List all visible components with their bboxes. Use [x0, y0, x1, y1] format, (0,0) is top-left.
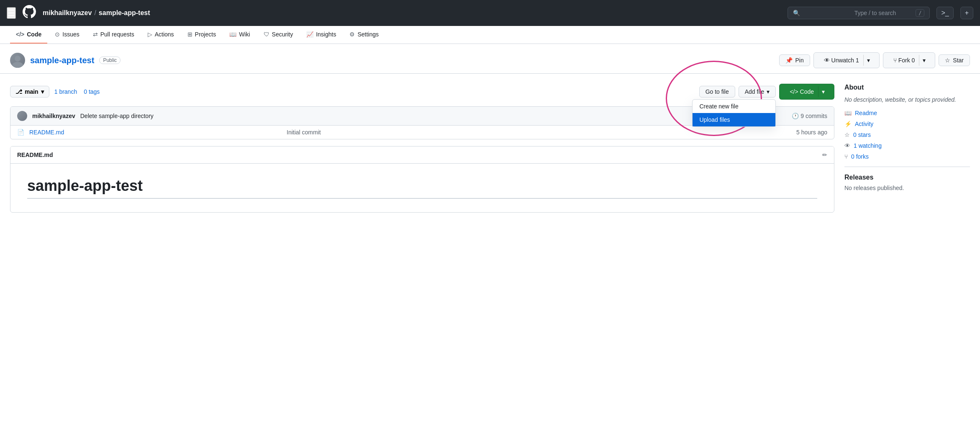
- star-icon-sidebar: ☆: [844, 131, 850, 138]
- nav-insights-label: Insights: [316, 31, 336, 38]
- branch-label: branch: [59, 88, 77, 95]
- fork-arrow[interactable]: ▾: [919, 55, 929, 66]
- hamburger-button[interactable]: ☰: [7, 7, 16, 19]
- readme-title: README.md: [17, 152, 822, 158]
- search-placeholder: Type / to search: [854, 10, 912, 16]
- repo-title[interactable]: sample-app-test: [30, 56, 94, 65]
- nav-wiki[interactable]: 📖 Wiki: [223, 26, 256, 44]
- terminal-button[interactable]: >_: [936, 7, 953, 19]
- pin-label: Pin: [795, 57, 803, 64]
- pin-icon: 📌: [785, 57, 793, 64]
- code-label: Code: [800, 88, 814, 95]
- sidebar-activity-link[interactable]: ⚡ Activity: [844, 121, 970, 127]
- nav-insights[interactable]: 📈 Insights: [300, 26, 342, 44]
- branch-count-link[interactable]: 1 branch: [54, 88, 77, 95]
- nav-settings[interactable]: ⚙ Settings: [344, 26, 385, 44]
- svg-point-0: [15, 56, 21, 62]
- readme-content-title: sample-app-test: [27, 177, 817, 195]
- code-arrow[interactable]: ▾: [818, 86, 828, 97]
- add-file-dropdown: Create new file Upload files: [692, 99, 776, 127]
- file-name[interactable]: README.md: [29, 129, 282, 136]
- unwatch-button[interactable]: 👁 Unwatch 1 ▾: [813, 52, 880, 68]
- sidebar-about-desc: No description, website, or topics provi…: [844, 96, 970, 103]
- readme-header: README.md ✏: [10, 146, 834, 164]
- code-button[interactable]: </> Code ▾: [779, 84, 834, 100]
- goto-file-button[interactable]: Go to file: [699, 86, 735, 98]
- pin-button[interactable]: 📌 Pin: [779, 54, 810, 66]
- search-icon: 🔍: [793, 10, 851, 16]
- readme-edit-button[interactable]: ✏: [822, 152, 827, 158]
- commit-user[interactable]: mikhailknyazev: [32, 113, 75, 119]
- book-icon: 📖: [844, 110, 852, 116]
- github-logo[interactable]: [23, 5, 36, 21]
- unwatch-arrow[interactable]: ▾: [864, 55, 873, 66]
- star-label: Star: [953, 57, 964, 64]
- star-button[interactable]: ☆ Star: [939, 54, 970, 66]
- tag-count: 0: [84, 88, 87, 95]
- file-icon: 📄: [17, 129, 24, 136]
- add-button[interactable]: +: [960, 7, 973, 19]
- fork-count: 0: [912, 57, 915, 64]
- branch-selector[interactable]: ⎇ main ▾: [10, 86, 49, 98]
- fork-button[interactable]: ⑂ Fork 0 ▾: [883, 52, 936, 68]
- nav-security[interactable]: 🛡 Security: [258, 26, 299, 44]
- fork-icon-sidebar: ⑂: [844, 153, 848, 160]
- main-content: ⎇ main ▾ 1 branch 0 tags Go to fi: [0, 74, 980, 223]
- file-time: 5 hours ago: [796, 129, 827, 136]
- star-icon: ☆: [945, 57, 950, 64]
- nav-actions[interactable]: ▷ Actions: [142, 26, 180, 44]
- top-nav: ☰ mikhailknyazev / sample-app-test 🔍 Typ…: [0, 0, 980, 26]
- unwatch-main[interactable]: 👁 Unwatch 1: [820, 55, 864, 66]
- code-main[interactable]: </> Code: [785, 86, 818, 97]
- clock-icon: 🕐: [792, 113, 799, 119]
- nav-issues[interactable]: ⊙ Issues: [49, 26, 85, 44]
- commits-count[interactable]: 🕐 9 commits: [792, 113, 827, 119]
- avatar-img: [10, 53, 25, 68]
- repo-nav: </> Code ⊙ Issues ⇄ Pull requests ▷ Acti…: [0, 26, 980, 44]
- nav-pull-requests-label: Pull requests: [100, 31, 134, 38]
- create-new-file-item[interactable]: Create new file: [693, 100, 775, 113]
- fork-label: Fork: [898, 57, 910, 64]
- add-file-chevron: ▾: [767, 88, 770, 95]
- add-file-button[interactable]: Add file ▾: [739, 86, 776, 98]
- search-shortcut: /: [916, 9, 924, 17]
- readme-body: sample-app-test: [10, 164, 834, 212]
- breadcrumb-repo[interactable]: sample-app-test: [99, 9, 150, 17]
- unwatch-count: 1: [856, 57, 859, 64]
- sidebar-about-title: About: [844, 84, 970, 91]
- sidebar-activity-label: Activity: [855, 121, 873, 127]
- tag-label: tags: [89, 88, 100, 95]
- fork-main[interactable]: ⑂ Fork 0: [889, 55, 920, 66]
- breadcrumb-user[interactable]: mikhailknyazev: [43, 9, 92, 17]
- nav-wiki-label: Wiki: [239, 31, 250, 38]
- sidebar-divider: [844, 167, 970, 167]
- sidebar-releases-empty: No releases published.: [844, 185, 970, 191]
- unwatch-label: Unwatch: [831, 57, 854, 64]
- upload-files-item[interactable]: Upload files: [693, 113, 775, 126]
- svg-point-1: [12, 62, 23, 68]
- nav-projects[interactable]: ⊞ Projects: [182, 26, 222, 44]
- readme-card: README.md ✏ sample-app-test: [10, 146, 834, 213]
- issues-icon: ⊙: [55, 31, 60, 38]
- add-file-container: Add file ▾ Create new file Upload files: [739, 86, 776, 98]
- tag-count-link[interactable]: 0 tags: [84, 88, 100, 95]
- nav-code[interactable]: </> Code: [10, 26, 47, 44]
- branch-meta: 1 branch 0 tags: [54, 88, 100, 95]
- sidebar-watching-link[interactable]: 👁 1 watching: [844, 142, 970, 149]
- branch-row-actions: Go to file Add file ▾ Create new file Up…: [699, 84, 834, 100]
- sidebar-readme-link[interactable]: 📖 Readme: [844, 110, 970, 116]
- branch-count: 1: [54, 88, 58, 95]
- goto-file-label: Go to file: [705, 88, 729, 95]
- avatar: [10, 53, 25, 68]
- settings-icon: ⚙: [349, 31, 355, 38]
- sidebar-forks-link[interactable]: ⑂ 0 forks: [844, 153, 970, 160]
- sidebar-forks-text: 0 forks: [851, 153, 869, 160]
- nav-settings-label: Settings: [357, 31, 379, 38]
- branch-chevron: ▾: [41, 88, 44, 95]
- fork-icon: ⑂: [893, 57, 897, 64]
- sidebar-stars-link[interactable]: ☆ 0 stars: [844, 131, 970, 138]
- nav-pull-requests[interactable]: ⇄ Pull requests: [87, 26, 140, 44]
- table-row: 📄 README.md Initial commit 5 hours ago: [10, 126, 834, 139]
- breadcrumb: mikhailknyazev / sample-app-test: [43, 9, 150, 17]
- search-bar[interactable]: 🔍 Type / to search /: [788, 7, 930, 19]
